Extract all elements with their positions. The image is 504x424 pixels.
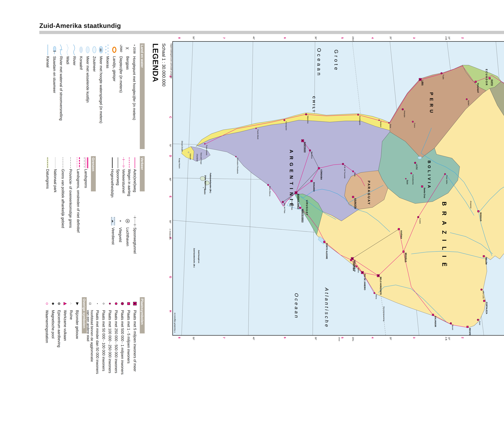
legend-section-overige: Overige symbolen [82,297,87,333]
city-label: S.M. de Tucumán [344,165,346,179]
svg-text:∴: ∴ [69,303,73,304]
grid-number-top: 4 [371,37,374,39]
city-label: Iquique [380,121,382,127]
legend-item-motorway: Auto(snel)weg [132,156,138,192]
legend-symbol-railtun-icon [132,215,138,227]
legend-item-label: Landsgrens [84,169,88,188]
legend-item-label: Plaats met minder dan 50 000 inwoners [95,310,100,374]
legend-item-p250: Plaats met 250 000 - 500 000 inwoners [113,297,119,373]
legend-symbol-dam-icon [52,43,57,56]
city-Vitória [374,292,375,294]
city-label: Antofagasta [359,116,361,125]
city-label: GOIÂNIA [400,230,403,239]
svg-text:-2560: -2560 [120,44,123,52]
city-Cusco [412,121,414,123]
legend-symbol-volc-icon [62,297,68,310]
legend-item-rtun: Verkeerstunnel [121,156,126,193]
legend-title: LEGENDA [151,43,160,82]
legend-item-railtun: Spoorwegtunnel [132,215,138,254]
legend-item-volc: Werkzame vulkaan [62,297,68,341]
legend-symbol-p500-icon [120,297,125,310]
lat-label-top: Z.B. [445,37,447,40]
lat-label-top: 30° [315,37,317,40]
legend-item-airfield: +Vliegveld [118,215,123,242]
legend-item-depth: -2560Dieptecijfer (in meters) [118,43,124,93]
country-label-brazil: BRAZILIË [441,202,447,272]
sea-label: (Vuurland) [196,154,198,162]
legend-symbol-rapids-icon [58,43,64,56]
city-SÃO LUÍS [480,289,482,291]
lat-label-top: 23½° [352,37,354,42]
country-label-chile: CHILI [312,96,316,113]
legend-symbol-prov-icon [68,156,73,169]
grid-number-top: 2 [461,37,464,39]
sea-label: Kaap Hoorn [178,158,181,168]
legend-item-label: Grens van politiek afhankelijk gebied [61,169,65,228]
legend-item-p1m: Plaats met 1 - 5 miljoen inwoners [126,297,132,363]
city-label: MANAUS [480,212,482,221]
city-Concepción [284,119,285,121]
legend-item-airport: ✈Luchthaven [125,215,130,246]
legend-item-prov: Provincie- of overeenkomstige grens [68,156,73,228]
sea-label: Río de la Plata [291,199,293,210]
legend-symbol-lake_level-icon: 183 [98,43,104,56]
legend-item-salt_lake: Zoutmeer [92,43,97,72]
legend-symbol-reef-icon [78,43,84,56]
city-Cuiabá [417,216,419,218]
city-label: QUITO [491,80,493,86]
title-bar [39,31,504,34]
legend-item-bldg: Bijzonder gebouw [74,297,80,339]
legend-item-var_lake: Meer met wisselende kustlijn [85,43,90,103]
sea-label: Tierra del Fuego [200,152,202,164]
legend-item-label: Nationaal park [53,169,57,192]
legend-item-p100: Plaats met 100 000 - 250 000 inwoners [107,297,113,373]
legend-item-reef: Koraalrif [78,43,84,70]
city-Stanley [203,187,204,188]
city-label: CÓRDOBA [320,169,322,180]
legend-symbol-obs-icon [44,297,50,310]
city-Santa Cruz [421,186,423,187]
city-RIO DE JANEIRO [361,271,364,274]
city-label: Ushuaia [189,154,191,160]
city-label: Cochabamba [412,175,414,185]
legend-symbol-ice-icon [112,43,117,56]
legend-symbol-rtun-icon [121,156,126,169]
city-label: Mendoza [311,152,313,159]
city-label: Valparaíso [307,116,309,124]
legend-item-label: Veerdienst [111,227,115,245]
direction-label: Johannesburg [338,337,340,341]
city-label: Comodoro Rivadavia [237,158,239,174]
legend-item-label: Werkzame vulkaan [63,310,67,341]
city-MANAUS [478,211,479,212]
legend-symbol-p100-icon [107,297,113,310]
grid-number-bottom: 3 [413,337,416,338]
legend-item-mag: ✱Magnetische pool [50,297,56,338]
legend-item-label: Auto(snel)weg [133,169,137,192]
grid-number-top: 7 [222,37,226,39]
country-label-uruguay: URUGUAY [306,200,308,216]
legend-symbol-airport-icon: ✈ [125,215,130,227]
lon-label-left: 50° [169,220,171,224]
city-Punta Arenas [204,143,205,144]
legend-item-p5m: Plaats met 5 miljoen inwoners of meer [132,297,138,372]
city-label: LIMA [422,81,424,86]
city-BRASÍLIA [403,251,404,253]
city-FORTALEZA [483,300,485,302]
legend-item-label: hoofdstad binnen de agglomeratie van een… [86,310,94,367]
legend-symbol-p250-icon [113,297,119,310]
legend-item-dep: Grens van politiek afhankelijk gebied [60,156,66,228]
city-label: Bahía Blanca [269,186,271,196]
ocean-label: Oceaan [294,293,299,319]
grid-number-top: 8 [178,37,181,39]
direction-label: Z.-Shetlandeiln. [169,229,171,240]
legend-item-label: Stuwdam en stuwmeer [52,56,57,93]
city-GOIÂNIA [398,228,400,230]
lon-label-left: 60° [169,178,171,181]
city-label: MONTEVIDEO [302,209,304,222]
city-label: Mar del Plata [284,203,286,213]
legend-symbol-motorway-icon [132,156,138,169]
city-label: Santa Cruz [423,188,426,198]
legend-section-grenzen: Grenzen [91,156,96,191]
legend-item-g2: Landsgrens, omstreden of niet definitief [76,156,81,232]
city-Bahía Blanca [267,184,269,186]
